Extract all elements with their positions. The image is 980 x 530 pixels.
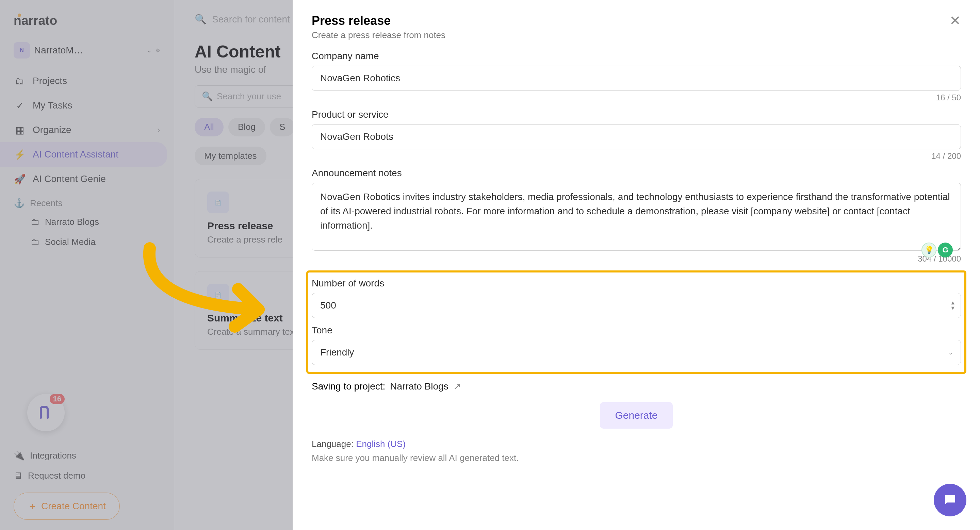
company-name-counter: 16 / 50 <box>312 93 961 102</box>
grammarly-widget[interactable]: 💡 G <box>921 243 953 257</box>
product-service-label: Product or service <box>312 109 961 120</box>
announcement-notes-counter: 304 / 10000 <box>312 254 961 263</box>
ai-disclaimer: Make sure you manually review all AI gen… <box>312 453 961 463</box>
chevron-down-icon: ⌄ <box>948 349 953 356</box>
language-label: Language: <box>312 439 353 449</box>
chat-fab[interactable] <box>934 484 966 516</box>
stepper-down-icon[interactable]: ▼ <box>950 305 956 311</box>
announcement-notes-label: Announcement notes <box>312 168 961 179</box>
lightbulb-icon[interactable]: 💡 <box>921 243 937 257</box>
language-value[interactable]: English (US) <box>356 439 406 449</box>
modal-title: Press release <box>312 14 445 28</box>
tone-select[interactable]: Friendly <box>312 340 961 365</box>
company-name-label: Company name <box>312 51 961 62</box>
number-stepper[interactable]: ▲ ▼ <box>950 300 956 311</box>
chat-icon <box>943 493 958 508</box>
tone-label: Tone <box>312 325 961 336</box>
modal-subtitle: Create a press release from notes <box>312 30 445 40</box>
company-name-input[interactable] <box>312 66 961 91</box>
grammarly-icon[interactable]: G <box>938 243 953 257</box>
close-icon[interactable]: ✕ <box>950 14 961 27</box>
press-release-modal: Press release Create a press release fro… <box>293 0 980 530</box>
announcement-notes-input[interactable] <box>312 182 961 251</box>
product-service-input[interactable] <box>312 124 961 149</box>
number-of-words-label: Number of words <box>312 278 961 289</box>
product-service-counter: 14 / 200 <box>312 151 961 161</box>
stepper-up-icon[interactable]: ▲ <box>950 300 956 305</box>
generate-button[interactable]: Generate <box>600 402 672 428</box>
external-link-icon[interactable]: ↗ <box>453 381 461 392</box>
saving-to-project-label: Saving to project: <box>312 381 385 392</box>
saving-project-name: Narrato Blogs <box>390 381 448 392</box>
number-of-words-input[interactable] <box>312 293 961 318</box>
highlighted-section: Number of words ▲ ▼ Tone Friendly ⌄ <box>306 270 966 374</box>
